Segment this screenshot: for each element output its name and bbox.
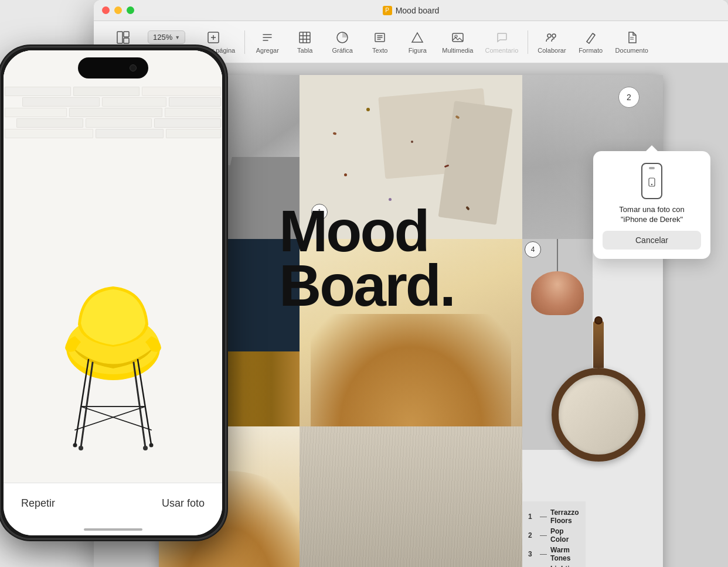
grafica-icon [335,30,349,45]
mood-board-page: 2 [159,75,663,567]
toolbar-sep-2 [528,30,528,54]
agregar-label: Agregar [256,47,279,54]
svg-marker-13 [412,33,423,42]
chair-image [49,278,178,465]
colaborar-label: Colaborar [538,47,566,54]
agregar-pagina-icon [206,30,220,45]
toolbar-grafica[interactable]: Gráfica [325,28,360,56]
popup-cancel-button[interactable]: Cancelar [603,231,701,250]
iphone-body: Repetir Usar foto [0,47,226,539]
toolbar-multimedia[interactable]: Multimedia [437,28,478,56]
toolbar-colaborar[interactable]: Colaborar [533,28,570,56]
traffic-lights [102,6,134,14]
cell-top-middle: 1 [300,75,522,239]
use-photo-button[interactable]: Usar foto [162,497,205,510]
multimedia-label: Multimedia [442,47,473,54]
figura-icon [410,30,424,45]
annotation-1: 1 [311,204,328,220]
mirror-strap [593,321,604,368]
iphone-screen: Repetir Usar foto [4,50,222,535]
grafica-label: Gráfica [332,47,353,54]
svg-rect-2 [124,38,129,43]
svg-point-31 [79,446,83,450]
toolbar-sep-1 [244,30,245,54]
cell-middle-center [300,239,522,426]
dynamic-island [78,57,148,78]
app-icon: P [383,6,392,15]
front-camera [130,64,137,71]
zoom-value-btn[interactable]: 125% ▼ [148,30,185,44]
svg-point-33 [73,443,77,448]
minimize-button[interactable] [114,6,122,14]
svg-point-21 [651,184,652,185]
svg-rect-1 [124,32,129,37]
texto-label: Texto [372,47,387,54]
documento-label: Documento [615,47,648,54]
comentario-icon [495,30,509,45]
comentario-label: Comentario [485,47,518,54]
maximize-button[interactable] [127,6,134,14]
toolbar-tabla[interactable]: Tabla [287,28,322,56]
retake-button[interactable]: Repetir [21,497,55,510]
tabla-label: Tabla [297,47,312,54]
toolbar-formato[interactable]: Formato [573,28,608,56]
colaborar-icon [545,30,559,45]
svg-point-34 [149,443,153,448]
formato-icon [584,30,598,45]
phone-icon-popup [641,163,662,199]
title-bar: P Mood board [94,0,728,21]
svg-point-17 [552,34,556,37]
mirror-ring [552,368,645,462]
chair-photo-area [4,50,222,483]
home-indicator [84,528,142,531]
page-number-badge: 2 [618,87,639,108]
tabla-icon [298,30,312,45]
visualizacion-icon [116,30,130,45]
photo-popup: Tomar una foto con"iPhone de Derek" Canc… [593,151,710,259]
cell-bottom-middle [300,426,522,567]
texto-icon [373,30,387,45]
svg-point-16 [547,34,551,37]
iphone-bottom-bar: Repetir Usar foto [4,483,222,535]
annotation-4: 4 [525,241,541,258]
zoom-icon: 125% ▼ [159,30,174,45]
toolbar-comentario[interactable]: Comentario [480,28,523,56]
formato-label: Formato [579,47,603,54]
agregar-icon [260,30,274,45]
multimedia-icon [451,30,465,45]
svg-point-15 [455,35,457,37]
mood-board-grid: 1 [159,75,663,567]
toolbar-agregar[interactable]: Agregar [250,28,285,56]
toolbar-figura[interactable]: Figura [400,28,435,56]
window-title-area: P Mood board [383,6,440,15]
mirror-area [534,239,663,567]
iphone-overlay: Repetir Usar foto [0,47,226,539]
documento-icon [625,30,639,45]
popup-title: Tomar una foto con"iPhone de Derek" [619,205,684,225]
cell-right-combined: 1 — Terrazzo Floors 2 — Pop Color 3 [522,239,663,567]
toolbar-texto[interactable]: Texto [362,28,397,56]
figura-label: Figura [409,47,427,54]
svg-rect-6 [300,32,310,43]
svg-point-32 [143,446,148,450]
toolbar-documento[interactable]: Documento [611,28,653,56]
svg-rect-0 [117,32,123,43]
close-button[interactable] [102,6,110,14]
window-title: Mood board [396,6,440,15]
